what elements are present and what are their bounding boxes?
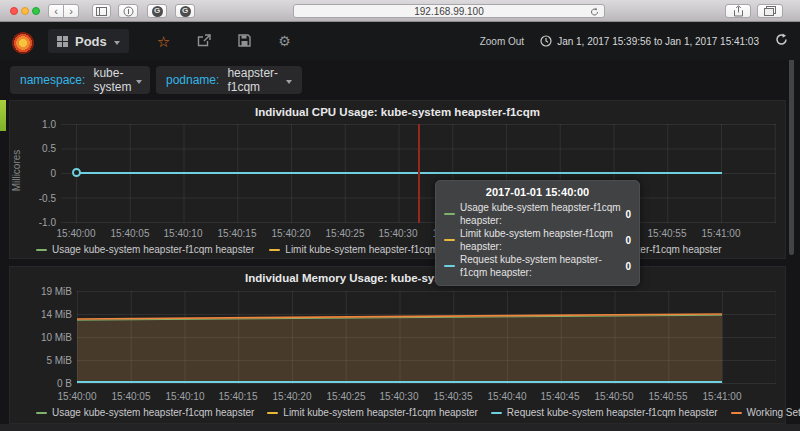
x-tick: 15:40:55 bbox=[642, 228, 692, 239]
save-icon bbox=[238, 34, 251, 47]
back-button[interactable]: ‹ bbox=[48, 4, 64, 18]
page-info-button[interactable] bbox=[118, 4, 138, 18]
legend-item[interactable]: Working Set kube-system heapster-f1cqm h… bbox=[731, 407, 800, 418]
y-tick: 5 MiB bbox=[14, 355, 72, 366]
share-icon bbox=[197, 34, 211, 47]
y-tick: 10 MiB bbox=[14, 332, 72, 343]
tooltip-value: 0 bbox=[625, 234, 631, 247]
extension-button-1[interactable]: G bbox=[147, 4, 167, 18]
zoom-out-button[interactable]: Zoom Out bbox=[480, 36, 524, 47]
x-tick: 15:40:00 bbox=[52, 391, 102, 402]
legend-item[interactable]: Request kube-system heapster-f1cqm heaps… bbox=[491, 407, 718, 418]
cpu-series-line bbox=[76, 172, 722, 174]
minimize-window-button[interactable] bbox=[21, 7, 29, 15]
time-range-picker[interactable]: Jan 1, 2017 15:39:56 to Jan 1, 2017 15:4… bbox=[540, 35, 759, 47]
series-color-icon bbox=[36, 412, 47, 414]
y-tick: -1.0 bbox=[14, 217, 56, 228]
settings-button[interactable]: ⚙ bbox=[278, 34, 291, 48]
tooltip-value: 0 bbox=[625, 260, 631, 273]
panel-title[interactable]: Individual Memory Usage: kube-system hea… bbox=[10, 272, 785, 284]
x-tick: 15:40:45 bbox=[535, 391, 585, 402]
variable-value-dropdown[interactable]: kube-system bbox=[93, 66, 142, 94]
tooltip-row: Usage kube-system heapster-f1cqm heapste… bbox=[444, 201, 631, 227]
y-tick: 0 bbox=[14, 168, 56, 179]
grafana-logo-icon[interactable] bbox=[10, 28, 36, 54]
cpu-chart-plot[interactable] bbox=[61, 124, 776, 223]
x-tick: 15:40:05 bbox=[105, 228, 155, 239]
variable-label: namespace: bbox=[20, 73, 85, 87]
variable-podname[interactable]: podname: heapster-f1cqm bbox=[156, 66, 302, 94]
reload-button[interactable] bbox=[590, 7, 599, 19]
variable-namespace[interactable]: namespace: kube-system bbox=[10, 66, 150, 94]
x-tick: 15:40:30 bbox=[374, 391, 424, 402]
y-tick: -0.5 bbox=[14, 193, 56, 204]
tooltip-row: Request kube-system heapster-f1cqm heaps… bbox=[444, 253, 631, 279]
tooltip-time: 2017-01-01 15:40:00 bbox=[444, 186, 631, 198]
favorite-button[interactable]: ☆ bbox=[157, 34, 170, 49]
x-tick: 15:40:10 bbox=[158, 228, 208, 239]
legend-item[interactable]: Usage kube-system heapster-f1cqm heapste… bbox=[36, 407, 254, 418]
x-tick: 15:40:55 bbox=[643, 391, 693, 402]
tooltip-label: Usage kube-system heapster-f1cqm heapste… bbox=[460, 201, 625, 227]
refresh-icon bbox=[775, 33, 788, 46]
legend-item[interactable]: Usage kube-system heapster-f1cqm heapste… bbox=[36, 244, 254, 255]
address-bar[interactable]: 192.168.99.100 bbox=[293, 4, 605, 18]
chart-tooltip: 2017-01-01 15:40:00 Usage kube-system he… bbox=[435, 180, 640, 286]
legend-label: Limit kube-system heapster-f1cqm heapste… bbox=[283, 407, 478, 418]
y-tick: 1.0 bbox=[14, 119, 56, 130]
url-text: 192.168.99.100 bbox=[414, 6, 484, 17]
scrollbar-thumb[interactable] bbox=[789, 27, 794, 255]
memory-chart-plot[interactable] bbox=[77, 291, 776, 384]
tab-overview-button[interactable] bbox=[757, 4, 783, 18]
x-tick: 15:40:10 bbox=[160, 391, 210, 402]
y-tick: 19 MiB bbox=[14, 286, 72, 297]
memory-legend: Usage kube-system heapster-f1cqm heapste… bbox=[36, 407, 800, 418]
memory-panel: Individual Memory Usage: kube-system hea… bbox=[9, 266, 786, 424]
add-row-strip bbox=[0, 424, 800, 431]
sidebar-button[interactable] bbox=[92, 4, 111, 18]
series-color-icon bbox=[444, 213, 455, 215]
save-dashboard-button[interactable] bbox=[238, 34, 251, 49]
legend-label: Usage kube-system heapster-f1cqm heapste… bbox=[52, 407, 254, 418]
dashboard-title: Pods bbox=[75, 34, 107, 49]
y-tick: 0 B bbox=[14, 378, 72, 389]
panel-title[interactable]: Individual CPU Usage: kube-system heapst… bbox=[10, 106, 785, 118]
tooltip-label: Request kube-system heapster-f1cqm heaps… bbox=[460, 253, 625, 279]
working-set-area-fill bbox=[77, 314, 722, 383]
data-point-marker bbox=[72, 168, 81, 177]
legend-item[interactable]: Limit kube-system heapster-f1cqm heapste… bbox=[267, 407, 478, 418]
x-tick: 15:41:00 bbox=[696, 228, 746, 239]
y-tick: 0.5 bbox=[14, 143, 56, 154]
extension-icon: G bbox=[152, 6, 163, 17]
extension-icon: G bbox=[180, 6, 191, 17]
row-menu-tab[interactable] bbox=[0, 100, 6, 131]
variable-value: kube-system bbox=[93, 66, 131, 94]
x-tick: 15:40:35 bbox=[428, 391, 478, 402]
share-page-button[interactable] bbox=[725, 4, 751, 18]
legend-label: Usage kube-system heapster-f1cqm heapste… bbox=[52, 244, 254, 255]
reload-icon bbox=[590, 7, 599, 17]
x-tick: 15:40:50 bbox=[589, 391, 639, 402]
tooltip-label: Limit kube-system heapster-f1cqm heapste… bbox=[460, 227, 625, 253]
sidebar-icon bbox=[96, 7, 107, 16]
clock-icon bbox=[540, 35, 552, 47]
time-controls: Zoom Out Jan 1, 2017 15:39:56 to Jan 1, … bbox=[480, 32, 788, 50]
chevron-down-icon bbox=[286, 80, 292, 84]
legend-label: Working Set kube-system heapster-f1cqm h… bbox=[747, 407, 800, 418]
screen: ‹ › G G 192.168.99.100 bbox=[0, 0, 800, 431]
series-color-icon bbox=[36, 249, 47, 251]
tabs-icon bbox=[764, 6, 776, 16]
variable-value-dropdown[interactable]: heapster-f1cqm bbox=[227, 66, 292, 94]
tooltip-row: Limit kube-system heapster-f1cqm heapste… bbox=[444, 227, 631, 253]
forward-button[interactable]: › bbox=[63, 4, 79, 18]
close-window-button[interactable] bbox=[10, 7, 18, 15]
zoom-window-button[interactable] bbox=[32, 7, 40, 15]
share-dashboard-button[interactable] bbox=[197, 34, 211, 49]
time-range-text: Jan 1, 2017 15:39:56 to Jan 1, 2017 15:4… bbox=[557, 36, 759, 47]
refresh-button[interactable] bbox=[775, 32, 788, 50]
extension-button-2[interactable]: G bbox=[175, 4, 195, 18]
dashboard-picker[interactable]: Pods bbox=[48, 29, 129, 53]
grafana-navbar: Pods ☆ ⚙ Zoom Out bbox=[0, 22, 800, 60]
tooltip-value: 0 bbox=[625, 208, 631, 221]
legend-label: Request kube-system heapster-f1cqm heaps… bbox=[507, 407, 718, 418]
